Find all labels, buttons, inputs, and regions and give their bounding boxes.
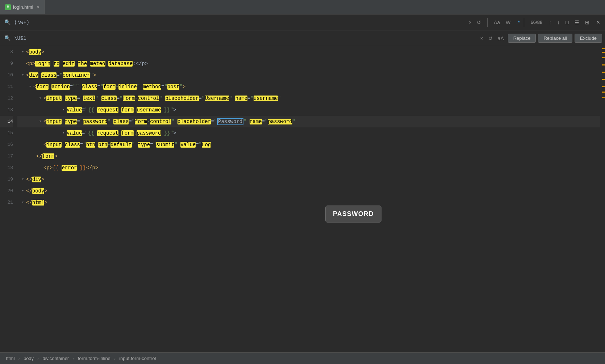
replace-all-btn[interactable]: Replace all xyxy=(538,34,572,43)
code-11-content: <form action="" class="form-inline" meth… xyxy=(33,81,185,93)
breadcrumb-input[interactable]: input.form-control xyxy=(119,356,156,361)
tab-bar: H login.html × xyxy=(0,0,605,14)
code-8-content: <body> xyxy=(26,46,44,58)
fold-19[interactable]: ▾ xyxy=(20,177,25,182)
scroll-marker-8 xyxy=(602,97,605,98)
fold-16 xyxy=(38,142,43,147)
case-replace-btn[interactable]: aA xyxy=(496,34,506,42)
multiline-btn[interactable]: ☰ xyxy=(572,18,581,26)
sep-2: › xyxy=(37,356,39,361)
ln-20: 20 xyxy=(0,185,13,197)
fold-14[interactable]: ▾ xyxy=(38,119,43,124)
match-case-btn[interactable]: Aa xyxy=(492,18,502,26)
scroll-marker-1 xyxy=(602,48,605,49)
tab-close-btn[interactable]: × xyxy=(37,5,39,10)
code-line-9: <p>Login to edit the meteo database:</p> xyxy=(17,58,600,69)
ln-18: 18 xyxy=(0,162,13,174)
close-search-panel-btn[interactable]: × xyxy=(594,18,602,27)
code-line-15: ▾ value="{{ request.form.password }}"> xyxy=(17,127,600,139)
search-controls-1: × ↺ xyxy=(467,18,483,26)
breadcrumb-body[interactable]: body xyxy=(24,356,34,361)
scroll-marker-5 xyxy=(602,72,605,73)
code-line-12: ▾ <input type="text" class="form-control… xyxy=(17,93,600,104)
scroll-marker-6 xyxy=(602,86,605,87)
fold-9 xyxy=(20,61,25,66)
file-tab[interactable]: H login.html × xyxy=(0,0,45,14)
code-16-content: <input class="btn btn-default" type="sub… xyxy=(43,139,211,151)
code-21-content: </html> xyxy=(26,197,47,208)
fold-20[interactable]: ▾ xyxy=(20,189,25,194)
code-line-21: ▾ </html> xyxy=(17,197,600,208)
code-line-16: <input class="btn btn-default" type="sub… xyxy=(17,139,600,151)
exclude-btn[interactable]: Exclude xyxy=(575,34,602,43)
ln-12: 12 xyxy=(0,93,13,104)
sep-3: › xyxy=(72,356,74,361)
refresh-replace-btn[interactable]: ↺ xyxy=(487,34,495,42)
prev-match-btn[interactable]: ↑ xyxy=(547,18,554,26)
code-line-20: ▾ </body> xyxy=(17,185,600,197)
ln-10: 10 xyxy=(0,69,13,81)
code-line-18: <p>{{ error }}</p> xyxy=(17,162,600,174)
sep-4: › xyxy=(114,356,116,361)
ln-17: 17 xyxy=(0,151,13,162)
ln-14: 14 xyxy=(0,116,13,127)
scroll-marker-current xyxy=(602,79,605,80)
code-19-content: </div> xyxy=(26,174,44,185)
search-input-1[interactable] xyxy=(14,20,465,25)
ln-21: 21 xyxy=(0,197,13,208)
search-icon-2[interactable]: 🔍 xyxy=(3,34,12,42)
fold-13[interactable]: ▾ xyxy=(61,107,66,113)
code-14-content: <input type="password" class="form-contr… xyxy=(43,116,295,127)
breadcrumb-form[interactable]: form.form-inline xyxy=(78,356,110,361)
code-15-content: value="{{ request.form.password }}"> xyxy=(67,127,176,139)
regex-btn[interactable]: .* xyxy=(514,18,521,26)
breadcrumb-div[interactable]: div.container xyxy=(42,356,69,361)
line-numbers: 8 9 10 11 12 13 14 15 16 17 18 19 20 21 xyxy=(0,46,17,352)
code-13-content: value="{{ request.form.username }}"> xyxy=(67,104,176,116)
scroll-marker-7 xyxy=(602,92,605,93)
fold-8[interactable]: ▾ xyxy=(20,50,25,55)
code-line-8: ▾ <body> xyxy=(17,46,600,58)
code-line-10: ▾ <div class="container"> xyxy=(17,69,600,81)
match-word-btn[interactable]: W xyxy=(504,18,512,26)
filter-btn[interactable]: ⊞ xyxy=(583,18,592,26)
code-10-content: <div class="container"> xyxy=(26,69,96,81)
ln-15: 15 xyxy=(0,127,13,139)
divider-1 xyxy=(487,18,488,27)
status-bar: html › body › div.container › form.form-… xyxy=(0,352,605,364)
fold-17 xyxy=(30,154,36,159)
sep-1: › xyxy=(18,356,20,361)
fold-11[interactable]: ▾ xyxy=(28,84,33,89)
fold-18 xyxy=(38,165,43,170)
select-all-btn[interactable]: □ xyxy=(563,18,571,26)
close-search-1-btn[interactable]: × xyxy=(467,18,473,26)
code-line-14: ▾ <input type="password" class="form-con… xyxy=(17,116,600,127)
search-icon-1[interactable]: 🔍 xyxy=(3,18,12,26)
code-editor[interactable]: ▾ <body> <p>Login to edit the meteo data… xyxy=(17,46,600,352)
tab-filename: login.html xyxy=(13,4,33,10)
ln-9: 9 xyxy=(0,58,13,69)
refresh-search-1-btn[interactable]: ↺ xyxy=(475,18,483,26)
scroll-marker-4 xyxy=(602,64,605,65)
match-count: 66/88 xyxy=(531,20,543,25)
code-18-content: <p>{{ error }}</p> xyxy=(43,162,98,174)
top-right-area: 66/88 ↑ ↓ □ ☰ ⊞ × xyxy=(524,18,602,27)
replace-input[interactable] xyxy=(14,35,476,41)
code-12-content: <input type="text" class="form-control" … xyxy=(43,93,281,104)
code-line-13: ▾ value="{{ request.form.username }}"> xyxy=(17,104,600,116)
close-replace-btn[interactable]: × xyxy=(478,34,485,42)
file-tab-icon: H xyxy=(5,4,11,10)
search-row-2: 🔍 × ↺ aA Replace Replace all Exclude xyxy=(0,30,605,46)
code-17-content: </form> xyxy=(36,151,58,162)
code-line-11: ▾ <form action="" class="form-inline" me… xyxy=(17,81,600,93)
ln-11: 11 xyxy=(0,81,13,93)
replace-btn[interactable]: Replace xyxy=(508,34,536,43)
fold-10[interactable]: ▾ xyxy=(20,73,25,78)
fold-21[interactable]: ▾ xyxy=(20,200,25,205)
ln-16: 16 xyxy=(0,139,13,151)
breadcrumb-html[interactable]: html xyxy=(6,356,15,361)
next-match-btn[interactable]: ↓ xyxy=(555,18,562,26)
scrollbar-area[interactable] xyxy=(600,46,605,352)
fold-12[interactable]: ▾ xyxy=(38,96,43,101)
fold-15[interactable]: ▾ xyxy=(61,131,66,136)
